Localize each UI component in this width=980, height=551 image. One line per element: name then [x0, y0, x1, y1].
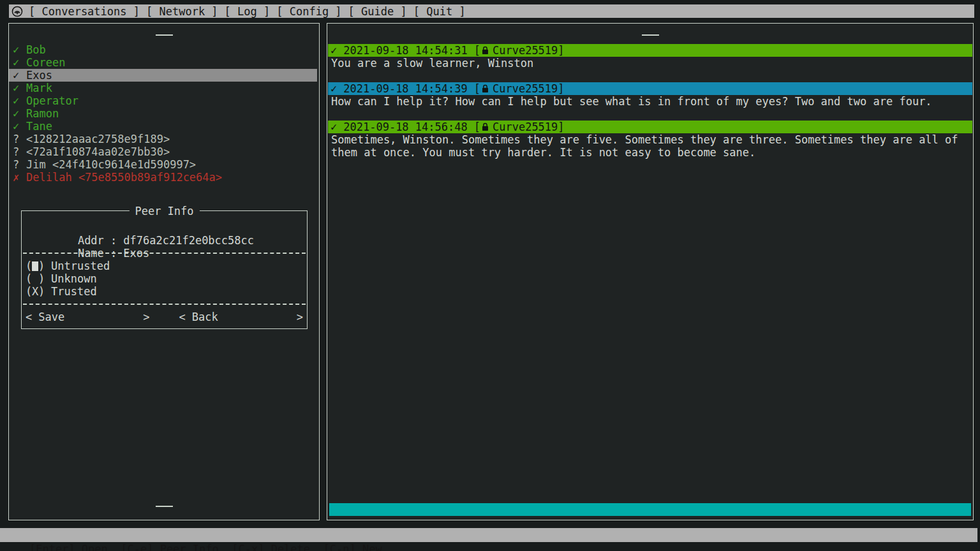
peer-name: <128212aaac2758e9f189>	[26, 133, 170, 145]
message-timestamp: 2021-09-18 14:54:31	[343, 44, 467, 57]
message: ✓2021-09-18 14:54:31[Curve25519]You are …	[328, 44, 972, 70]
paren-open: (	[26, 285, 32, 298]
bracket-close: ]	[558, 82, 564, 95]
angle-bracket-right-icon: >	[143, 311, 149, 323]
peer-name: <72a1f10874aa02e7bb30>	[26, 145, 170, 158]
angle-bracket-left-icon: <	[26, 311, 32, 323]
peer-status-icon: ✓	[13, 43, 26, 56]
message-header: ✓2021-09-18 14:54:31[Curve25519]	[328, 44, 972, 57]
save-button[interactable]: < Save >	[26, 311, 150, 323]
peer-name: Jim <24f410c9614e1d590997>	[26, 158, 196, 171]
peer-row[interactable]: ✓Coreen	[9, 56, 317, 69]
message-header: ✓2021-09-18 14:54:39[Curve25519]	[328, 82, 972, 95]
trust-option-label: Unknown	[51, 272, 97, 285]
paren-close: )	[38, 260, 45, 272]
peer-row[interactable]: ?Jim <24f410c9614e1d590997>	[9, 158, 317, 171]
delivered-check-icon: ✓	[330, 44, 337, 57]
cipher-label: Curve25519	[493, 44, 558, 57]
message-body: You are a slow learner, Winston	[328, 57, 972, 70]
peer-name: Bob	[26, 43, 46, 56]
lock-icon	[482, 46, 489, 55]
save-button-label: Save	[38, 311, 64, 323]
peer-status-icon: ?	[13, 133, 26, 145]
trust-option[interactable]: (X)Trusted	[22, 285, 307, 298]
peer-row[interactable]: ✓Tane	[9, 120, 317, 133]
peer-row[interactable]: ✗Delilah <75e8550b89af912ce64a>	[9, 171, 317, 184]
menu-item[interactable]: [ Log ]	[225, 5, 271, 18]
trust-option-label: Trusted	[51, 285, 97, 298]
status-bar: [Enter] Open [C-e] Peer Info [C-x] Delet…	[0, 528, 977, 542]
message-body: How can I help it? How can I help but se…	[328, 95, 972, 108]
peer-row[interactable]: ✓Mark	[9, 82, 317, 94]
peer-name: Exos	[26, 69, 52, 82]
app-logo-icon	[11, 6, 23, 17]
trust-option[interactable]: ( )Unknown	[22, 272, 307, 285]
peer-name: Mark	[26, 82, 52, 94]
radio-marker: X	[32, 285, 38, 298]
peer-name: Delilah <75e8550b89af912ce64a>	[26, 171, 222, 184]
message: ✓2021-09-18 14:56:48[Curve25519]Sometime…	[328, 121, 972, 159]
cipher-label: Curve25519	[493, 82, 558, 95]
trust-options: ()Untrusted( )Unknown(X)Trusted	[22, 260, 307, 298]
trust-option[interactable]: ()Untrusted	[22, 260, 307, 272]
peer-status-icon: ?	[13, 158, 26, 171]
menu-item[interactable]: [ Conversations ]	[29, 5, 140, 18]
peer-info-buttons: < Save > < Back >	[22, 311, 307, 323]
lock-icon	[482, 122, 489, 131]
peer-status-icon: ?	[13, 145, 26, 158]
text-cursor	[32, 261, 38, 271]
message-timestamp: 2021-09-18 14:56:48	[343, 121, 467, 133]
peer-name: Ramon	[26, 107, 59, 120]
message-header: ✓2021-09-18 14:56:48[Curve25519]	[328, 121, 972, 133]
radio-marker	[32, 272, 38, 285]
menu-item[interactable]: [ Quit ]	[413, 5, 466, 18]
divider	[22, 298, 307, 311]
bracket-close: ]	[558, 121, 564, 133]
peer-name: Tane	[26, 120, 52, 133]
peer-status-icon: ✓	[13, 82, 26, 94]
menu-items: [ Conversations ][ Network ][ Log ][ Con…	[29, 5, 466, 18]
trust-option-label: Untrusted	[51, 260, 110, 272]
peer-list: ✓Bob✓Coreen✓Exos✓Mark✓Operator✓Ramon✓Tan…	[9, 43, 317, 184]
peer-name: Coreen	[26, 56, 65, 69]
menu-item[interactable]: [ Guide ]	[348, 5, 407, 18]
peer-row[interactable]: ✓Exos	[9, 69, 317, 82]
peer-row[interactable]: ?<72a1f10874aa02e7bb30>	[9, 145, 317, 158]
message: ✓2021-09-18 14:54:39[Curve25519]How can …	[328, 82, 972, 108]
shortcut-hints: [Enter] Open [C-e] Peer Info [C-x] Delet…	[29, 543, 382, 551]
paren-close: )	[38, 272, 45, 285]
back-button-label: Back	[192, 311, 218, 323]
back-button[interactable]: < Back >	[179, 311, 304, 323]
angle-bracket-left-icon: <	[179, 311, 186, 323]
scroll-down-indicator	[156, 506, 173, 507]
peer-addr-row: Addr :df76a2c21f2e0bcc58cc	[22, 221, 307, 234]
peer-info-box: Peer Info Addr :df76a2c21f2e0bcc58cc Nam…	[21, 210, 308, 329]
bracket-open: [	[474, 44, 480, 57]
angle-bracket-right-icon: >	[297, 311, 303, 323]
peer-row[interactable]: ✓Operator	[9, 94, 317, 107]
bracket-open: [	[474, 82, 480, 95]
message-timestamp: 2021-09-18 14:54:39	[343, 82, 467, 95]
peer-status-icon: ✓	[13, 69, 26, 82]
cipher-label: Curve25519	[493, 121, 558, 133]
menu-item[interactable]: [ Network ]	[146, 5, 218, 18]
addr-label: Addr :	[78, 234, 117, 247]
peer-row[interactable]: ?<128212aaac2758e9f189>	[9, 133, 317, 145]
peer-row[interactable]: ✓Bob	[9, 43, 317, 56]
paren-close: )	[38, 285, 45, 298]
peer-info-title: Peer Info	[129, 205, 199, 217]
peer-status-icon: ✗	[13, 171, 26, 184]
scroll-up-indicator	[156, 34, 173, 36]
scroll-up-indicator	[642, 34, 659, 36]
bracket-open: [	[474, 121, 480, 133]
peer-status-icon: ✓	[13, 120, 26, 133]
delivered-check-icon: ✓	[330, 82, 337, 95]
peer-status-icon: ✓	[13, 94, 26, 107]
message-input[interactable]	[329, 503, 971, 516]
addr-value: df76a2c21f2e0bcc58cc	[123, 234, 254, 247]
message-body: Sometimes, Winston. Sometimes they are f…	[328, 133, 972, 159]
peer-name: Operator	[26, 94, 78, 107]
delivered-check-icon: ✓	[330, 121, 337, 133]
menu-item[interactable]: [ Config ]	[276, 5, 341, 18]
peer-row[interactable]: ✓Ramon	[9, 107, 317, 120]
